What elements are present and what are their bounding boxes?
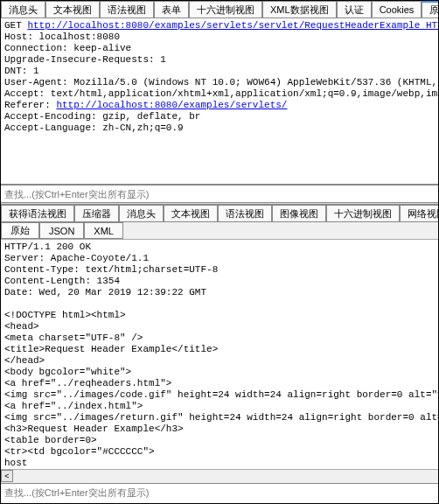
response-body-text: HTTP/1.1 200 OK Server: Apache-Coyote/1.…: [4, 242, 438, 469]
tab-image-view[interactable]: 图像视图: [272, 205, 326, 221]
response-search-bar: [1, 483, 438, 500]
tab-auth[interactable]: 认证: [337, 1, 372, 18]
tab-form[interactable]: 表单: [154, 1, 189, 18]
subtab-raw[interactable]: 原始: [1, 222, 39, 239]
http-method: GET: [4, 20, 27, 31]
tab-text-view[interactable]: 文本视图: [45, 1, 100, 18]
tab-cookies[interactable]: Cookies: [372, 1, 422, 18]
response-scroll-bar[interactable]: <: [1, 469, 438, 483]
scroll-left-button[interactable]: <: [1, 470, 13, 482]
request-headers-block2: Accept-Encoding: gzip, deflate, br Accep…: [4, 111, 200, 133]
request-headers-block1: Host: localhost:8080 Connection: keep-al…: [4, 32, 438, 110]
request-tab-bar: 消息头 文本视图 语法视图 表单 十六进制视图 XML数据视图 认证 Cooki…: [1, 1, 438, 18]
tab-hex-view[interactable]: 十六进制视图: [189, 1, 262, 18]
subtab-xml[interactable]: XML: [84, 222, 123, 239]
response-tab-bar: 获得语法视图 压缩器 消息头 文本视图 语法视图 图像视图 十六进制视图 网络视…: [1, 205, 438, 222]
request-search-bar: [1, 185, 438, 202]
tab-raw[interactable]: 原始: [422, 1, 438, 18]
request-search-input[interactable]: [4, 189, 435, 200]
tab-headers[interactable]: 消息头: [1, 1, 45, 18]
tab-network-view[interactable]: 网络视图: [400, 205, 438, 221]
tab-resp-hex[interactable]: 十六进制视图: [326, 205, 400, 221]
response-raw-pane[interactable]: HTTP/1.1 200 OK Server: Apache-Coyote/1.…: [1, 240, 438, 469]
response-search-input[interactable]: [4, 487, 435, 498]
subtab-json[interactable]: JSON: [39, 222, 84, 239]
tab-resp-syntax[interactable]: 语法视图: [218, 205, 272, 221]
tab-syntax-view[interactable]: 语法视图: [100, 1, 154, 18]
tab-transformer[interactable]: 压缩器: [74, 205, 119, 221]
request-raw-pane[interactable]: GET http://localhost:8080/examples/servl…: [1, 18, 438, 185]
tab-resp-headers[interactable]: 消息头: [119, 205, 164, 221]
response-subtab-bar: 原始 JSON XML: [1, 222, 438, 240]
request-url-link[interactable]: http://localhost:8080/examples/servlets/…: [27, 20, 438, 31]
tab-resp-text[interactable]: 文本视图: [164, 205, 218, 221]
tab-xml-view[interactable]: XML数据视图: [262, 1, 337, 18]
referer-link[interactable]: http://localhost:8080/examples/servlets/: [56, 100, 287, 110]
tab-get-syntax[interactable]: 获得语法视图: [1, 205, 74, 221]
